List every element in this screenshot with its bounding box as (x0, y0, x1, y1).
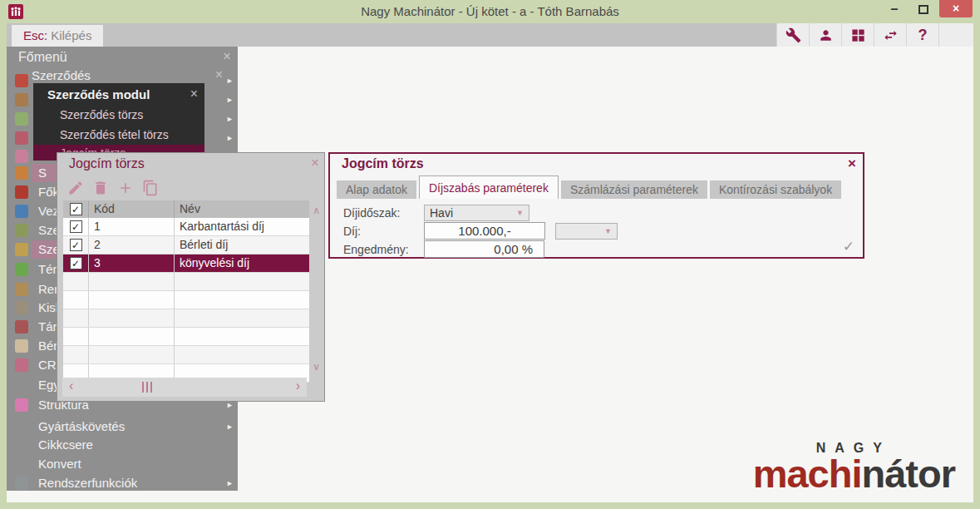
esc-key-label: Esc: (23, 28, 47, 42)
row-checkbox[interactable]: ✓ (70, 220, 82, 233)
exit-label: Kilépés (51, 28, 91, 42)
menu-item-icon (15, 283, 28, 296)
scroll-right-icon[interactable]: › (296, 378, 300, 393)
window-title: Nagy Machinátor - Új kötet - a - Tóth Ba… (0, 0, 980, 23)
menu-item-icon (15, 74, 28, 87)
detail-window-close-icon[interactable]: × (848, 156, 856, 172)
transfer-button[interactable] (874, 23, 906, 47)
delete-button[interactable] (92, 180, 109, 200)
menu-item-icon (15, 420, 28, 433)
contract-module-close-icon[interactable]: × (190, 86, 198, 101)
submenu-arrow-icon: ► (226, 129, 234, 147)
column-header-nev[interactable]: Név (174, 200, 309, 218)
scroll-left-icon[interactable]: ‹ (69, 378, 73, 393)
table-header-row: ✓ Kód Név (63, 200, 309, 218)
menu-item-icon (15, 320, 28, 334)
table-row-selected[interactable]: ✓ 3 könyvelési díj (63, 254, 309, 273)
column-header-kod[interactable]: Kód (88, 200, 174, 218)
menu-item-icon (15, 185, 28, 199)
submenu-arrow-icon: ► (226, 418, 234, 436)
add-button[interactable] (117, 180, 134, 200)
minimize-button[interactable]: – (885, 2, 904, 18)
title-bar: Nagy Machinátor - Új kötet - a - Tóth Ba… (0, 0, 980, 23)
swap-arrows-icon (883, 27, 899, 43)
modules-grid-icon (850, 27, 866, 43)
list-window-title: Jogcím törzs (69, 156, 145, 171)
menu-item[interactable]: Rendszerfunkciók► (7, 474, 238, 492)
maximize-button[interactable] (918, 5, 928, 14)
fee-parameters-form: Díjidőszak: Havi▼ Díj: 100.000,- ▼ Enged… (343, 204, 618, 259)
tab-alap-adatok[interactable]: Alap adatok (337, 180, 416, 199)
menu-item-icon (15, 205, 28, 218)
contract-module-menu: Szerződés modul × Szerződés törzs Szerző… (33, 83, 204, 161)
menu-item-icon (15, 224, 28, 237)
submenu-arrow-icon: ► (226, 72, 234, 90)
menu-item-contract-line-master[interactable]: Szerződés tétel törzs (33, 126, 204, 143)
menu-item[interactable]: Cikkcsere (7, 436, 238, 454)
currency-dropdown[interactable]: ▼ (555, 223, 618, 240)
submenu-arrow-icon: ► (226, 91, 234, 109)
main-menu-close-icon[interactable]: × (223, 48, 231, 65)
discount-label: Engedmény: (343, 243, 424, 256)
table-row-empty[interactable] (63, 273, 309, 291)
close-button[interactable]: × (939, 0, 973, 17)
brand-logo: NAGY machinátor (753, 441, 955, 492)
table-row[interactable]: ✓ 2 Bérleti díj (63, 236, 309, 254)
menu-item-icon (15, 477, 28, 490)
menu-item-contract-master[interactable]: Szerződés törzs (33, 106, 204, 123)
help-icon: ? (918, 27, 928, 44)
chevron-down-icon: ▼ (604, 227, 612, 235)
menu-item-icon (15, 398, 28, 412)
modules-button[interactable] (841, 23, 874, 47)
check-icon: ✓ (71, 204, 80, 215)
chevron-down-icon: ▼ (516, 209, 524, 217)
period-dropdown[interactable]: Havi▼ (424, 205, 529, 221)
table-row-empty[interactable] (63, 328, 309, 346)
row-checkbox[interactable]: ✓ (70, 257, 82, 269)
table-row-empty[interactable] (63, 291, 309, 309)
tab-szamlazasi-parameterek[interactable]: Számlázási paraméterek (561, 180, 707, 199)
scroll-up-icon[interactable]: ∧ (313, 205, 320, 216)
menu-item-icon (15, 131, 28, 145)
menu-item-icon (15, 166, 28, 180)
list-window-close-icon[interactable]: × (311, 155, 319, 171)
select-all-checkbox[interactable]: ✓ (70, 203, 82, 215)
settings-button[interactable] (776, 23, 809, 47)
check-icon: ✓ (71, 240, 80, 251)
add-plus-icon (117, 180, 134, 196)
edit-pencil-icon (67, 180, 84, 196)
user-button[interactable] (809, 23, 841, 47)
menu-item-icon (15, 301, 28, 314)
legal-title-list-window: Jogcím törzs × ✓ Kód Név ✓ (57, 152, 325, 402)
table-row-empty[interactable] (63, 346, 309, 364)
legal-title-table: ✓ Kód Név ✓ 1 Karbantartási díj ✓ 2 Bérl… (63, 200, 309, 383)
tab-dijszabas-parameterek[interactable]: Díjszabás paraméterek (419, 175, 559, 199)
menu-item-icon (15, 457, 28, 471)
contract-module-menu-title: Szerződés modul (47, 87, 150, 101)
brand-logo-main-text: machinátor (753, 456, 955, 492)
edit-button[interactable] (67, 180, 84, 200)
discount-input[interactable]: 0,00 % (424, 240, 544, 258)
wrench-icon (785, 27, 801, 43)
fee-input[interactable]: 100.000,- (424, 222, 545, 240)
tab-kontirozasi-szabalyok[interactable]: Kontírozási szabályok (710, 180, 841, 199)
scroll-down-icon[interactable]: ∨ (313, 361, 320, 373)
row-checkbox[interactable]: ✓ (70, 239, 82, 251)
confirm-check-icon[interactable]: ✓ (843, 238, 854, 255)
menu-item[interactable]: Konvert (7, 455, 238, 473)
period-label: Díjidőszak: (343, 206, 424, 220)
menu-item-icon (15, 358, 28, 372)
horizontal-scrollbar[interactable]: ‹ › (62, 378, 307, 397)
copy-button[interactable] (142, 180, 159, 200)
table-row-empty[interactable] (63, 309, 309, 328)
menu-item-icon (15, 263, 28, 276)
help-button[interactable]: ? (906, 23, 938, 47)
fee-label: Díj: (343, 225, 424, 238)
scrollbar-grip[interactable] (142, 382, 152, 393)
table-row[interactable]: ✓ 1 Karbantartási díj (63, 218, 309, 236)
detail-tabs: Alap adatok Díjszabás paraméterek Számlá… (337, 175, 841, 199)
exit-button[interactable]: Esc:Kilépés (12, 25, 103, 47)
menu-item[interactable]: Gyártáskövetés► (7, 418, 238, 436)
menu-item-icon (15, 378, 28, 392)
list-toolbar (67, 180, 159, 200)
